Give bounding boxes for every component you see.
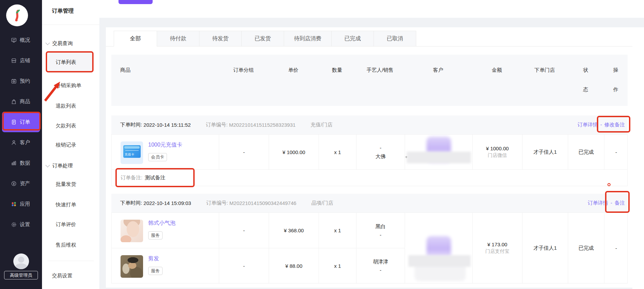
- menu-item-distribution-purchase[interactable]: 分销采购单: [56, 80, 81, 91]
- menu-title: 订单管理: [52, 8, 74, 15]
- sidebar-nav: 概况 店铺 预约 商品 订单: [0, 30, 42, 235]
- amount-cell: ¥ 1000.00 门店微信: [472, 135, 522, 169]
- sidebar-item-data[interactable]: 数据: [0, 153, 42, 173]
- menu-section-order-processing[interactable]: 订单处理: [46, 161, 73, 171]
- product-name-link[interactable]: 韩式小气泡: [148, 220, 176, 227]
- product-tag: 会员卡: [148, 153, 167, 161]
- sidebar-item-label: 客户: [20, 139, 30, 146]
- menu-item-label: 退款列表: [56, 103, 76, 109]
- sidebar-item-overview[interactable]: 概况: [0, 30, 42, 50]
- beauty-service-image: [121, 220, 143, 242]
- customer-blurred-info: [405, 213, 472, 283]
- avatar-body-shape: [15, 263, 27, 269]
- artist-line1: 黑白: [376, 222, 386, 231]
- blurred-phone: [407, 152, 471, 163]
- menu-item-arrears-list[interactable]: 欠款列表: [56, 121, 76, 131]
- avatar-head-shape: [18, 257, 24, 263]
- menu-item-label: 快速打单: [56, 202, 76, 208]
- sidebar-item-booking[interactable]: 预约: [0, 71, 42, 91]
- order-items: 韩式小气泡 服务 - ¥ 368.00 x 1 黑白 -: [112, 213, 405, 283]
- amount-value: ¥ 173.00: [487, 242, 507, 247]
- sidebar-item-customers[interactable]: 客户: [0, 132, 42, 153]
- menu-section-trade-query[interactable]: 交易查询: [46, 38, 73, 49]
- order-row: 韩式小气泡 服务 - ¥ 368.00 x 1 黑白 -: [111, 212, 628, 284]
- action-cell: -: [604, 135, 628, 169]
- sidebar-item-orders[interactable]: 订单: [2, 112, 40, 132]
- header-customer: 客户: [404, 60, 472, 106]
- order-detail-link[interactable]: 订单详情: [588, 200, 608, 206]
- tab-shipped[interactable]: 已发货: [241, 31, 284, 46]
- sidebar-item-label: 设置: [20, 221, 30, 228]
- order-remark-row: 订单备注: 测试备注: [111, 170, 628, 186]
- artist-line2: -: [373, 266, 388, 274]
- menu-item-label: 欠款列表: [56, 123, 76, 129]
- artist-cell: - 大佛: [356, 135, 405, 169]
- status-cell: 已完成: [568, 135, 604, 169]
- menu-item-verification-records[interactable]: 核销记录: [56, 140, 76, 150]
- sidebar-item-label: 订单: [20, 119, 30, 125]
- menu-item-quick-print[interactable]: 快速打单: [56, 199, 76, 210]
- card-text: 充值卡: [125, 152, 135, 157]
- menu-item-batch-ship[interactable]: 批量发货: [56, 179, 76, 189]
- menu-item-refund-list[interactable]: 退款列表: [56, 101, 76, 111]
- header-quantity: 数量: [318, 60, 356, 106]
- header-product: 商品: [111, 60, 219, 106]
- edit-remark-link[interactable]: 修改备注: [604, 122, 625, 128]
- artist-line2: 大佛: [376, 152, 386, 161]
- product-name-link[interactable]: 剪发: [148, 255, 159, 262]
- app-logo[interactable]: [6, 4, 28, 26]
- menu-item-label: 批量发货: [56, 181, 76, 188]
- order-detail-link[interactable]: 订单详情: [577, 122, 598, 128]
- header-action: 操作: [604, 60, 628, 106]
- menu-item-after-sales[interactable]: 售后维权: [56, 240, 76, 250]
- sidebar-item-assets[interactable]: 资产: [0, 173, 42, 194]
- sidebar-item-goods[interactable]: 商品: [0, 91, 42, 112]
- product-tag: 服务: [148, 267, 163, 275]
- sidebar-item-settings[interactable]: 设置: [0, 214, 42, 235]
- unit-price-cell: ¥ 368.00: [269, 213, 319, 248]
- order-row: 充值卡 1000元充值卡 会员卡 - ¥ 1000.00 x 1 - 大佛: [111, 134, 628, 170]
- tab-cancelled[interactable]: 已取消: [374, 31, 416, 46]
- sidebar-item-shop[interactable]: 店铺: [0, 50, 42, 71]
- sidebar-item-apps[interactable]: 应用: [0, 194, 42, 214]
- remark-link[interactable]: 备注: [615, 200, 625, 206]
- header-artist-sales: 手艺人/销售: [356, 60, 404, 106]
- quantity-cell: x 1: [319, 213, 356, 248]
- product-name-link[interactable]: 1000元充值卡: [148, 141, 182, 149]
- shop-icon: [11, 57, 17, 64]
- tab-completed[interactable]: 已完成: [331, 31, 374, 46]
- customer-blurred-info: +: [405, 135, 472, 169]
- order-time: 2022-10-14 15:11:52: [143, 122, 191, 128]
- status-cell: 已完成: [568, 213, 604, 283]
- menu-item-trade-settings[interactable]: 交易设置: [52, 271, 72, 281]
- menu-divider: [42, 25, 99, 25]
- order-item-row: 充值卡 1000元充值卡 会员卡 - ¥ 1000.00 x 1 - 大佛: [112, 135, 405, 169]
- order-doc-icon: [11, 119, 17, 125]
- sidebar-item-label: 应用: [20, 201, 30, 207]
- user-avatar[interactable]: [13, 253, 29, 269]
- card-shape: 充值卡: [123, 145, 141, 158]
- chili-logo-icon: [9, 8, 25, 23]
- tab-pending-shipment[interactable]: 待发货: [199, 31, 242, 46]
- tab-pending-instore[interactable]: 待到店消费: [284, 31, 332, 46]
- sidebar-item-label: 资产: [20, 180, 30, 187]
- menu-item-order-review[interactable]: 订单评价: [56, 219, 76, 230]
- product-cell: 剪发 服务: [112, 248, 219, 283]
- customer-icon: [11, 139, 17, 146]
- order-management-page: { "app": { "accent_color": "#7b52f6", "l…: [0, 0, 644, 289]
- dashboard-icon: [11, 37, 17, 43]
- store-cell: 才子佳人1: [522, 135, 568, 169]
- sidebar-item-label: 商品: [20, 98, 30, 105]
- tab-all[interactable]: 全部: [114, 31, 157, 46]
- order-time-label: 下单时间:: [120, 200, 142, 206]
- product-tag: 服务: [148, 231, 163, 239]
- order-status-tabs: 全部 待付款 待发货 已发货 待到店消费 已完成 已取消: [114, 31, 416, 46]
- order-group-header: 下单时间: 2022-10-14 15:09:03 订单编号: M2022101…: [111, 194, 628, 212]
- tab-pending-payment[interactable]: 待付款: [157, 31, 199, 46]
- order-no-label: 订单编号:: [206, 200, 228, 206]
- blur-artifact: +: [405, 154, 408, 160]
- menu-item-label: 分销采购单: [56, 82, 81, 89]
- menu-item-label: 订单评价: [56, 221, 76, 228]
- primary-action-button[interactable]: [118, 0, 153, 4]
- menu-item-order-list[interactable]: 订单列表: [48, 53, 94, 72]
